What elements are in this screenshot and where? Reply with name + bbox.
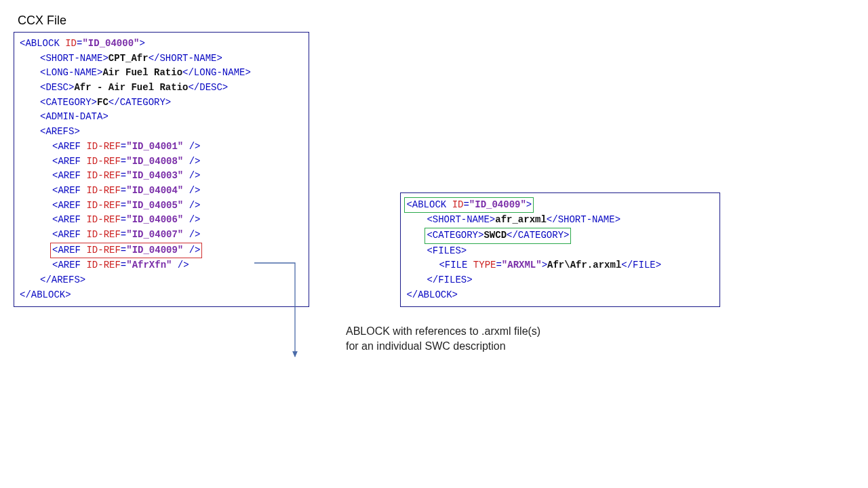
category-highlighted: <CATEGORY>SWCD</CATEGORY>	[406, 228, 714, 244]
file-row: <FILE TYPE="ARXML">Afr\Afr.arxml</FILE>	[406, 258, 714, 273]
files-open: <FILES>	[406, 244, 714, 259]
aref-row: <AREF ID-REF="ID_04004" />	[20, 184, 303, 199]
ccx-ablock-bottom: <ABLOCK ID="ID_04009"> <SHORT-NAME>afr_a…	[400, 192, 720, 308]
admin-data: <ADMIN-DATA>	[20, 110, 303, 125]
aref-row: <AREF ID-REF="ID_04006" />	[20, 213, 303, 228]
aref-row: <AREF ID-REF="ID_04001" />	[20, 140, 303, 155]
aref-row: <AREF ID-REF="ID_04007" />	[20, 228, 303, 243]
arrow-caption: ABLOCK with references to .arxml file(s)…	[346, 324, 540, 353]
category: <CATEGORY>FC</CATEGORY>	[20, 96, 303, 110]
desc: <DESC>Afr - Air Fuel Ratio</DESC>	[20, 81, 303, 96]
aref-row: <AREF ID-REF="ID_04008" />	[20, 155, 303, 169]
ablock-close: </ABLOCK>	[406, 288, 714, 303]
ablock-open: <ABLOCK ID="ID_04000">	[20, 37, 303, 52]
aref-row: <AREF ID-REF="ID_04005" />	[20, 199, 303, 214]
caption-line: for an individual SWC description	[346, 339, 540, 354]
reference-arrow-icon	[254, 263, 309, 365]
arefs-open: <AREFS>	[20, 125, 303, 140]
long-name: <LONG-NAME>Air Fuel Ratio</LONG-NAME>	[20, 66, 303, 81]
files-close: </FILES>	[406, 273, 714, 288]
short-name: <SHORT-NAME>CPT_Afr</SHORT-NAME>	[20, 52, 303, 66]
file-title: CCX File	[18, 14, 854, 28]
short-name: <SHORT-NAME>afr_arxml</SHORT-NAME>	[406, 213, 714, 228]
caption-line: ABLOCK with references to .arxml file(s)	[346, 324, 540, 339]
aref-row-highlighted: <AREF ID-REF="ID_04009" />	[20, 243, 303, 259]
aref-row: <AREF ID-REF="ID_04003" />	[20, 169, 303, 184]
ablock-open-highlighted: <ABLOCK ID="ID_04009">	[406, 197, 714, 214]
